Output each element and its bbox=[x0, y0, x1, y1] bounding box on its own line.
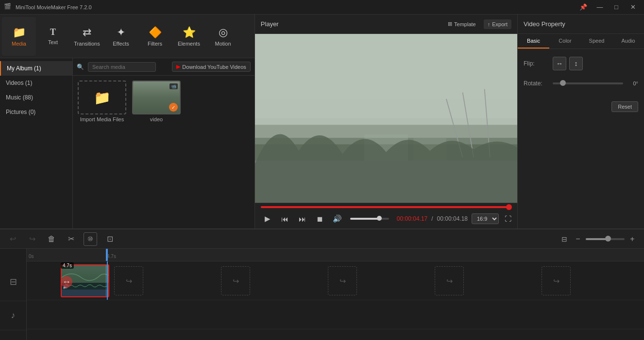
template-label: Template bbox=[454, 21, 476, 27]
prop-tabs: Basic Color Speed Audio bbox=[518, 34, 644, 49]
progress-bar[interactable] bbox=[261, 206, 511, 208]
rotate-slider[interactable] bbox=[553, 82, 623, 84]
volume-button[interactable]: 🔊 bbox=[331, 212, 344, 226]
toolbar-item-transitions[interactable]: ⇄ Transitions bbox=[70, 17, 104, 56]
zoom-controls: ⊟ − + bbox=[559, 233, 638, 245]
prop-tab-basic[interactable]: Basic bbox=[518, 34, 549, 49]
toolbar-item-media[interactable]: 📁 Media bbox=[2, 17, 36, 56]
fullscreen-button[interactable]: ⛶ bbox=[505, 215, 511, 223]
toolbar-item-elements[interactable]: ⭐ Elements bbox=[172, 17, 206, 56]
track-labels: ⊟ ♪ bbox=[0, 249, 27, 340]
filters-icon: 🔶 bbox=[149, 26, 162, 39]
clip-time-badge: 4.7s bbox=[61, 262, 74, 269]
cut-button[interactable]: ✂ bbox=[64, 232, 78, 246]
sidebar-item-my-album[interactable]: My Album (1) bbox=[0, 61, 72, 76]
maximize-button[interactable]: □ bbox=[609, 2, 624, 12]
audio-track-label: ♪ bbox=[0, 301, 26, 330]
zoom-thumb bbox=[605, 236, 611, 242]
prop-tab-speed[interactable]: Speed bbox=[581, 34, 612, 49]
pin-button[interactable]: 📌 bbox=[576, 2, 591, 12]
split-view-button[interactable]: ⊟ bbox=[559, 233, 570, 245]
sidebar-item-pictures[interactable]: Pictures (0) bbox=[0, 105, 72, 119]
volume-slider[interactable] bbox=[350, 218, 389, 220]
template-button[interactable]: ⊞ Template bbox=[444, 19, 480, 29]
rotate-wrap: 0° bbox=[553, 81, 638, 86]
search-input[interactable] bbox=[88, 62, 156, 72]
trans-slot-1[interactable]: ↪ bbox=[114, 266, 143, 295]
toolbar-elements-label: Elements bbox=[178, 41, 200, 47]
audio-track-row bbox=[27, 300, 644, 329]
import-media-item[interactable]: 📁 Import Media Files bbox=[78, 81, 126, 122]
close-button[interactable]: ✕ bbox=[626, 2, 640, 12]
play-button[interactable]: ▶ bbox=[261, 212, 274, 226]
video-thumb-box: 📹 ✓ bbox=[132, 81, 181, 114]
property-panel: Video Property Basic Color Speed Audio F… bbox=[518, 15, 644, 228]
crop-button[interactable]: ⊡ bbox=[103, 232, 117, 246]
timeline-content: 0s 4.7s bbox=[27, 249, 644, 340]
window-controls: 📌 — □ ✕ bbox=[576, 2, 640, 12]
app-title: MiniTool MovieMaker Free 7.2.0 bbox=[16, 4, 576, 10]
rotate-value: 0° bbox=[626, 81, 638, 86]
template-icon: ⊞ bbox=[448, 21, 452, 27]
toolbar-filters-label: Filters bbox=[148, 41, 162, 47]
import-thumb-box: 📁 bbox=[78, 81, 126, 114]
sidebar-item-music[interactable]: Music (88) bbox=[0, 90, 72, 105]
flip-vertical-button[interactable]: ↕ bbox=[569, 57, 583, 70]
next-button[interactable]: ⏭ bbox=[296, 212, 309, 226]
toolbar-item-filters[interactable]: 🔶 Filters bbox=[138, 17, 172, 56]
timeline-toolbar: ↩ ↪ 🗑 ✂ ⑩ ⊡ ⊟ − + bbox=[0, 229, 644, 249]
flip-row: Flip: ↔ ↕ bbox=[524, 57, 638, 70]
flip-horizontal-icon: ↔ bbox=[556, 60, 563, 67]
prev-button[interactable]: ⏮ bbox=[278, 212, 292, 226]
yt-download-button[interactable]: ▶ Download YouTube Videos bbox=[172, 62, 251, 72]
flip-vertical-icon: ↕ bbox=[575, 60, 578, 67]
trans-slot-4[interactable]: ↪ bbox=[435, 266, 464, 295]
toolbar-item-text[interactable]: T Text bbox=[36, 17, 70, 56]
audio-track-icon: ♪ bbox=[11, 310, 16, 321]
prop-tab-audio[interactable]: Audio bbox=[612, 34, 644, 49]
toolbar-effects-label: Effects bbox=[113, 41, 129, 47]
minimize-button[interactable]: — bbox=[593, 2, 607, 12]
toolbar-item-motion[interactable]: ◎ Motion bbox=[206, 17, 240, 56]
export-button[interactable]: ↑ Export bbox=[484, 19, 511, 29]
reset-button[interactable]: Reset bbox=[611, 101, 638, 112]
rotate-row: Rotate: 0° bbox=[524, 80, 638, 87]
time-ruler: 0s 4.7s bbox=[27, 249, 644, 261]
trans-slot-2[interactable]: ↪ bbox=[221, 266, 250, 295]
export-label: Export bbox=[492, 21, 508, 27]
folder-icon: 📁 bbox=[94, 90, 111, 106]
player-actions: ⊞ Template ↑ Export bbox=[444, 19, 511, 29]
flip-horizontal-button[interactable]: ↔ bbox=[553, 57, 566, 70]
undo-button[interactable]: ↩ bbox=[6, 232, 19, 246]
sidebar-item-videos[interactable]: Videos (1) bbox=[0, 76, 72, 90]
audio-detach-button[interactable]: ⑩ bbox=[84, 232, 97, 246]
tracks-area: 🔊 4.7s ↔ ↪ ↪ bbox=[27, 261, 644, 329]
motion-icon: ◎ bbox=[219, 26, 228, 39]
clip-resize-handle[interactable] bbox=[105, 265, 108, 296]
left-panel: 📁 Media T Text ⇄ Transitions ✦ Effects 🔶… bbox=[0, 15, 255, 228]
stop-button[interactable]: ⏹ bbox=[313, 212, 327, 226]
zoom-out-button[interactable]: − bbox=[572, 233, 584, 245]
yt-btn-label: Download YouTube Videos bbox=[182, 64, 246, 70]
toolbar-transitions-label: Transitions bbox=[74, 41, 100, 47]
video-media-item[interactable]: 📹 ✓ video bbox=[132, 81, 181, 122]
aspect-ratio-select[interactable]: 16:9 9:16 4:3 1:1 21:9 bbox=[472, 213, 499, 224]
timeline-panel: ↩ ↪ 🗑 ✂ ⑩ ⊡ ⊟ − + ⊟ ♪ bbox=[0, 228, 644, 340]
effects-icon: ✦ bbox=[117, 26, 125, 39]
delete-button[interactable]: 🗑 bbox=[45, 232, 58, 246]
flip-label: Flip: bbox=[524, 60, 553, 67]
export-icon: ↑ bbox=[488, 21, 491, 27]
progress-thumb bbox=[506, 204, 512, 210]
toolbar-item-effects[interactable]: ✦ Effects bbox=[104, 17, 138, 56]
redo-button[interactable]: ↪ bbox=[25, 232, 39, 246]
transitions-icon: ⇄ bbox=[83, 26, 91, 39]
video-track-row: 🔊 4.7s ↔ ↪ ↪ bbox=[27, 261, 644, 300]
trans-slot-3[interactable]: ↪ bbox=[328, 266, 357, 295]
prop-tab-color[interactable]: Color bbox=[549, 34, 581, 49]
zoom-in-button[interactable]: + bbox=[627, 233, 638, 245]
trans-slot-5[interactable]: ↪ bbox=[542, 266, 571, 295]
center-right: Player ⊞ Template ↑ Export bbox=[255, 15, 644, 228]
toolbar-media-label: Media bbox=[12, 41, 26, 47]
zoom-slider[interactable] bbox=[586, 238, 625, 240]
progress-fill bbox=[261, 206, 509, 208]
